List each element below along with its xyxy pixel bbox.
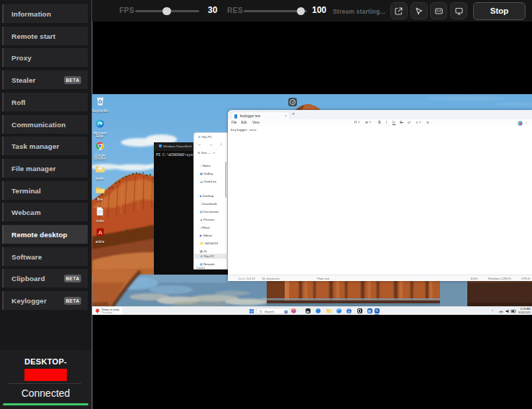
svg-text:♻: ♻	[98, 99, 102, 104]
svg-text:A: A	[98, 229, 102, 236]
svg-text:⊞: ⊞	[348, 310, 350, 313]
